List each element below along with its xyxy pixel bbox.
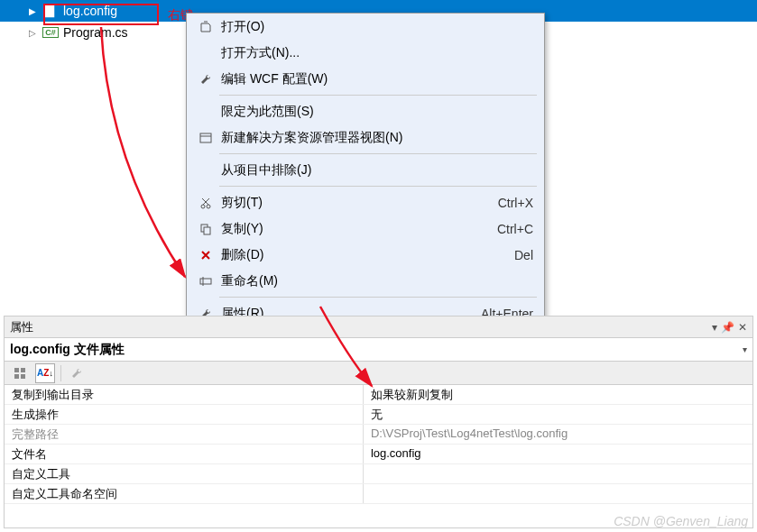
wrench-icon xyxy=(194,73,217,86)
categorized-button[interactable] xyxy=(10,363,30,383)
menu-item-edit-wcf[interactable]: 编辑 WCF 配置(W) xyxy=(187,66,544,92)
alphabetical-button[interactable]: AZ↓ xyxy=(35,363,55,383)
property-value[interactable]: 如果较新则复制 xyxy=(364,385,752,404)
menu-shortcut: Del xyxy=(514,248,533,262)
menu-label: 打开方式(N)... xyxy=(217,45,533,61)
property-name: 自定义工具命名空间 xyxy=(5,484,364,503)
csharp-file-icon: C# xyxy=(43,25,58,40)
svg-rect-13 xyxy=(21,374,25,379)
svg-rect-8 xyxy=(200,279,211,284)
menu-item-delete[interactable]: 删除(D) Del xyxy=(187,242,544,268)
properties-titlebar: 属性 ▾ 📌 ✕ xyxy=(5,316,752,338)
dropdown-icon[interactable]: ▾ xyxy=(712,321,717,334)
wrench-icon xyxy=(67,363,87,383)
menu-item-rename[interactable]: 重命名(M) xyxy=(187,268,544,294)
close-icon[interactable]: ✕ xyxy=(738,321,747,334)
property-value[interactable]: 无 xyxy=(364,405,752,424)
property-value[interactable] xyxy=(364,464,752,483)
property-row-filename[interactable]: 文件名 log.config xyxy=(5,445,752,464)
context-menu: 打开(O) 打开方式(N)... 编辑 WCF 配置(W) 限定为此范围(S) … xyxy=(186,13,545,327)
svg-rect-2 xyxy=(200,133,211,142)
pin-icon[interactable]: 📌 xyxy=(721,321,734,334)
menu-shortcut: Ctrl+C xyxy=(497,222,533,236)
menu-separator xyxy=(219,95,537,96)
svg-point-5 xyxy=(207,205,210,208)
menu-item-open-with[interactable]: 打开方式(N)... xyxy=(187,40,544,66)
menu-label: 打开(O) xyxy=(217,19,533,35)
menu-label: 重命名(M) xyxy=(217,273,533,289)
property-name: 文件名 xyxy=(5,445,364,463)
menu-item-copy[interactable]: 复制(Y) Ctrl+C xyxy=(187,216,544,242)
menu-item-open[interactable]: 打开(O) xyxy=(187,14,544,40)
menu-item-exclude[interactable]: 从项目中排除(J) xyxy=(187,157,544,183)
property-value[interactable]: log.config xyxy=(364,445,752,463)
property-row-custom-tool-ns[interactable]: 自定义工具命名空间 xyxy=(5,484,752,504)
menu-label: 剪切(T) xyxy=(217,195,498,211)
property-name: 完整路径 xyxy=(5,425,364,444)
properties-panel: 属性 ▾ 📌 ✕ log.config 文件属性 ▾ AZ↓ 复制到输出目录 如… xyxy=(4,316,753,528)
config-file-icon xyxy=(43,4,58,18)
menu-item-cut[interactable]: 剪切(T) Ctrl+X xyxy=(187,189,544,216)
svg-rect-10 xyxy=(14,368,19,372)
tree-item-label: log.config xyxy=(63,4,117,18)
menu-shortcut: Ctrl+X xyxy=(498,196,533,210)
menu-label: 限定为此范围(S) xyxy=(217,104,533,120)
property-row-copy-to-output[interactable]: 复制到输出目录 如果较新则复制 xyxy=(5,385,752,405)
menu-item-scope[interactable]: 限定为此范围(S) xyxy=(187,98,544,124)
menu-separator xyxy=(219,186,537,187)
properties-grid: 复制到输出目录 如果较新则复制 生成操作 无 完整路径 D:\VSProj\Te… xyxy=(5,385,752,527)
menu-separator xyxy=(219,153,537,154)
menu-label: 编辑 WCF 配置(W) xyxy=(217,71,533,87)
tree-item-label: Program.cs xyxy=(63,25,128,40)
chevron-down-icon: ▾ xyxy=(743,344,747,354)
property-row-full-path[interactable]: 完整路径 D:\VSProj\Test\Log4netTest\log.conf… xyxy=(5,425,752,445)
svg-point-4 xyxy=(201,205,205,208)
svg-rect-12 xyxy=(14,374,19,379)
window-icon xyxy=(194,132,217,144)
property-value[interactable] xyxy=(364,484,752,503)
properties-title: 属性 xyxy=(10,319,712,335)
menu-label: 新建解决方案资源管理器视图(N) xyxy=(217,130,533,146)
svg-rect-7 xyxy=(204,227,210,234)
properties-file-label: log.config 文件属性 xyxy=(10,342,125,358)
menu-separator xyxy=(219,297,537,298)
copy-icon xyxy=(194,223,217,235)
property-name: 复制到输出目录 xyxy=(5,385,364,404)
property-name: 生成操作 xyxy=(5,405,364,424)
property-row-custom-tool[interactable]: 自定义工具 xyxy=(5,464,752,484)
delete-icon xyxy=(194,249,217,261)
property-row-build-action[interactable]: 生成操作 无 xyxy=(5,405,752,425)
expand-icon[interactable]: ▶ xyxy=(27,5,38,16)
property-value: D:\VSProj\Test\Log4netTest\log.config xyxy=(364,425,752,444)
rename-icon xyxy=(194,275,217,288)
cut-icon xyxy=(194,197,217,209)
svg-rect-11 xyxy=(21,368,25,372)
menu-label: 复制(Y) xyxy=(217,221,497,237)
expand-icon[interactable]: ▷ xyxy=(27,27,38,38)
menu-label: 从项目中排除(J) xyxy=(217,162,533,179)
properties-object-selector[interactable]: log.config 文件属性 ▾ xyxy=(5,338,752,362)
menu-label: 删除(D) xyxy=(217,247,514,263)
properties-toolbar: AZ↓ xyxy=(5,362,752,385)
menu-item-new-solution-view[interactable]: 新建解决方案资源管理器视图(N) xyxy=(187,124,544,151)
open-icon xyxy=(194,21,217,33)
toolbar-separator xyxy=(60,365,61,381)
property-name: 自定义工具 xyxy=(5,464,364,483)
